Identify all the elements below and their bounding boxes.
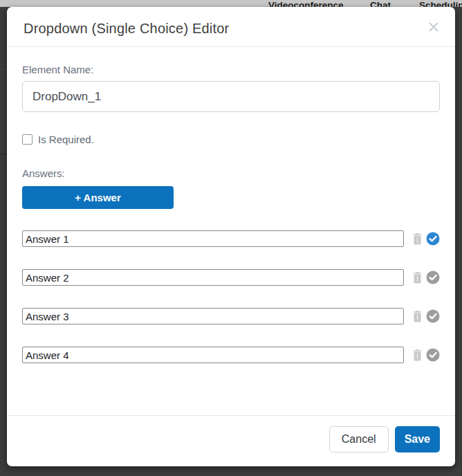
check-circle-icon bbox=[426, 315, 440, 325]
answers-label: Answers: bbox=[22, 167, 440, 179]
delete-answer-button[interactable] bbox=[413, 349, 422, 361]
answer-input-3[interactable] bbox=[22, 308, 404, 324]
answer-input-2[interactable] bbox=[22, 269, 404, 286]
background-nav-strip: Videoconference Chat Scheduling bbox=[0, 0, 462, 7]
element-name-label: Element Name: bbox=[22, 64, 440, 75]
answer-row bbox=[22, 269, 440, 286]
answer-row bbox=[22, 347, 440, 363]
trash-icon bbox=[413, 353, 422, 363]
background-artifact bbox=[0, 69, 7, 70]
default-answer-toggle[interactable] bbox=[426, 271, 440, 284]
answer-row-actions bbox=[413, 271, 440, 284]
modal-title: Dropdown (Single Choice) Editor bbox=[24, 21, 438, 37]
check-circle-icon bbox=[426, 354, 440, 364]
answer-row bbox=[22, 308, 440, 324]
delete-answer-button[interactable] bbox=[413, 233, 422, 245]
background-nav-chat: Chat bbox=[370, 0, 391, 7]
save-button[interactable]: Save bbox=[395, 426, 440, 452]
is-required-label: Is Required. bbox=[38, 134, 94, 145]
check-circle-icon bbox=[426, 237, 440, 248]
trash-icon bbox=[413, 314, 422, 324]
is-required-checkbox[interactable] bbox=[22, 134, 33, 145]
answer-row bbox=[22, 230, 440, 247]
background-nav-scheduling: Scheduling bbox=[419, 0, 462, 7]
is-required-row: Is Required. bbox=[22, 134, 440, 145]
default-answer-toggle[interactable] bbox=[426, 232, 440, 246]
answer-row-actions bbox=[413, 309, 440, 323]
answer-input-4[interactable] bbox=[22, 347, 404, 363]
answer-row-actions bbox=[413, 232, 440, 246]
element-name-input[interactable] bbox=[22, 81, 440, 112]
answer-row-actions bbox=[413, 348, 440, 362]
check-circle-icon bbox=[426, 276, 440, 286]
default-answer-toggle[interactable] bbox=[426, 348, 440, 362]
add-answer-button[interactable]: + Answer bbox=[22, 186, 174, 209]
dropdown-editor-modal: Dropdown (Single Choice) Editor Element … bbox=[7, 7, 455, 466]
modal-body: Element Name: Is Required. Answers: + An… bbox=[7, 47, 455, 415]
background-artifact bbox=[0, 154, 7, 155]
close-icon bbox=[427, 25, 440, 35]
delete-answer-button[interactable] bbox=[413, 272, 422, 284]
answer-input-1[interactable] bbox=[22, 230, 404, 247]
delete-answer-button[interactable] bbox=[413, 311, 422, 322]
trash-icon bbox=[413, 237, 422, 247]
cancel-button[interactable]: Cancel bbox=[329, 426, 389, 452]
default-answer-toggle[interactable] bbox=[426, 309, 440, 323]
close-button[interactable] bbox=[426, 19, 441, 35]
modal-header: Dropdown (Single Choice) Editor bbox=[7, 7, 455, 47]
background-nav-videoconference: Videoconference bbox=[268, 0, 344, 7]
trash-icon bbox=[413, 275, 422, 286]
modal-footer: Cancel Save bbox=[7, 415, 455, 466]
